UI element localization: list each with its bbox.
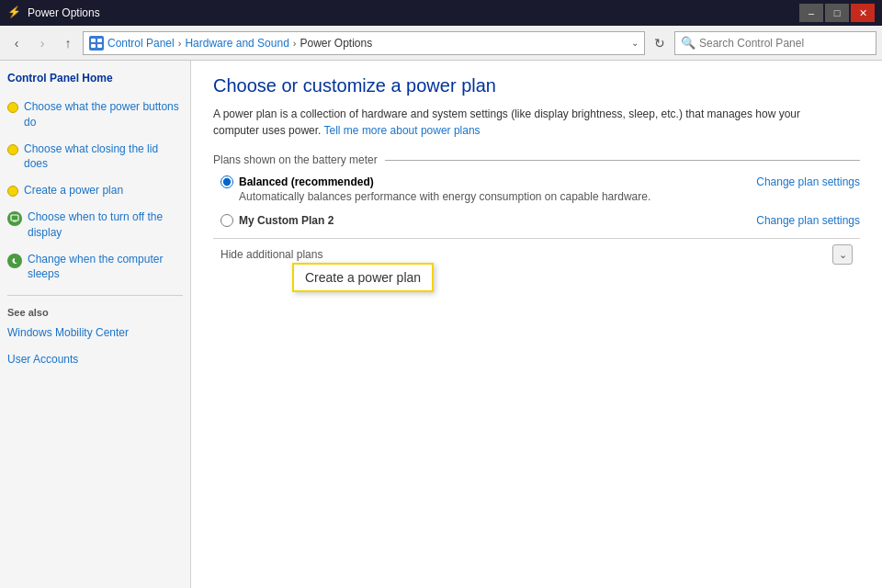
sidebar-create-plan-label: Create a power plan xyxy=(24,183,123,198)
see-also-heading: See also xyxy=(7,307,183,318)
plans-section-header: Plans shown on the battery meter xyxy=(213,153,860,166)
main-layout: Control Panel Home Choose what the power… xyxy=(0,61,882,588)
up-button[interactable]: ↑ xyxy=(57,32,79,54)
description-text: A power plan is a collection of hardware… xyxy=(213,107,800,137)
sidebar-sleep-label: Change when the computer sleeps xyxy=(28,252,183,283)
sidebar-closing-lid-label: Choose what closing the lid does xyxy=(24,141,183,173)
sidebar: Control Panel Home Choose what the power… xyxy=(0,61,191,588)
control-panel-icon xyxy=(89,36,104,51)
sidebar-turn-off-display-label: Choose when to turn off the display xyxy=(28,209,183,241)
circle-icon xyxy=(7,211,22,226)
breadcrumb: Control Panel › Hardware and Sound › Pow… xyxy=(83,31,645,55)
svg-rect-3 xyxy=(91,44,96,48)
content-area: Choose or customize a power plan A power… xyxy=(191,61,882,588)
sidebar-item-closing-lid[interactable]: Choose what closing the lid does xyxy=(7,140,183,175)
minimize-button[interactable]: – xyxy=(799,4,823,22)
learn-more-link[interactable]: Tell me more about power plans xyxy=(324,124,481,137)
plan-row-custom2: My Custom Plan 2 Change plan settings xyxy=(220,214,860,227)
search-icon: 🔍 xyxy=(681,36,695,50)
breadcrumb-power-options: Power Options xyxy=(300,37,372,50)
create-power-plan-tooltip: Create a power plan xyxy=(292,263,434,292)
maximize-button[interactable]: □ xyxy=(825,4,849,22)
plans-divider xyxy=(385,160,860,161)
back-button[interactable]: ‹ xyxy=(6,32,28,54)
sidebar-mobility-label: Windows Mobility Center xyxy=(7,325,129,341)
sidebar-item-turn-off-display[interactable]: Choose when to turn off the display xyxy=(7,208,183,243)
app-icon: ⚡ xyxy=(7,6,22,20)
plan-label-balanced: Balanced (recommended) xyxy=(220,175,374,188)
plan-item-balanced: Balanced (recommended) Change plan setti… xyxy=(213,175,860,203)
hidden-plans-text: Hide additional plans xyxy=(220,248,322,261)
title-bar: ⚡ Power Options – □ ✕ xyxy=(0,0,882,26)
moon-icon xyxy=(10,256,19,266)
plan-name-balanced: Balanced (recommended) xyxy=(239,175,374,188)
highlight-dot-icon xyxy=(7,186,18,197)
search-box: 🔍 xyxy=(674,31,876,55)
change-plan-custom2-link[interactable]: Change plan settings xyxy=(756,214,860,227)
sidebar-item-sleep[interactable]: Change when the computer sleeps xyxy=(7,250,183,285)
change-plan-balanced-link[interactable]: Change plan settings xyxy=(756,175,860,188)
sidebar-item-create-plan[interactable]: Create a power plan xyxy=(7,181,183,200)
highlight-dot-icon xyxy=(7,102,18,113)
address-bar: ‹ › ↑ Control Panel › Hardware and Sound… xyxy=(0,26,882,61)
sidebar-home-link[interactable]: Control Panel Home xyxy=(7,72,183,88)
search-input[interactable] xyxy=(699,37,870,50)
breadcrumb-sep-2: › xyxy=(293,38,297,49)
close-button[interactable]: ✕ xyxy=(851,4,875,22)
content-description: A power plan is a collection of hardware… xyxy=(213,106,838,139)
tooltip-text: Create a power plan xyxy=(305,270,421,285)
svg-rect-5 xyxy=(11,215,18,220)
sidebar-user-accounts[interactable]: User Accounts xyxy=(7,350,183,369)
svg-rect-0 xyxy=(89,36,104,51)
svg-rect-4 xyxy=(97,44,102,48)
window-title: Power Options xyxy=(28,6,794,19)
sleep-icon xyxy=(7,254,22,268)
plan-label-custom2: My Custom Plan 2 xyxy=(220,214,334,227)
page-title: Choose or customize a power plan xyxy=(213,75,860,96)
highlight-dot-icon xyxy=(7,144,18,155)
sidebar-mobility-center[interactable]: Windows Mobility Center xyxy=(7,323,183,343)
breadcrumb-dropdown-button[interactable]: ⌄ xyxy=(631,38,639,48)
plan-radio-balanced[interactable] xyxy=(220,175,233,188)
breadcrumb-sep-1: › xyxy=(178,38,182,49)
plan-row-balanced: Balanced (recommended) Change plan setti… xyxy=(220,175,860,188)
monitor-icon xyxy=(10,214,19,223)
plan-desc-balanced: Automatically balances performance with … xyxy=(220,190,860,203)
sidebar-user-accounts-label: User Accounts xyxy=(7,352,78,368)
refresh-button[interactable]: ↻ xyxy=(649,32,671,54)
window-controls: – □ ✕ xyxy=(799,4,875,22)
sidebar-power-buttons-label: Choose what the power buttons do xyxy=(24,99,183,130)
forward-button[interactable]: › xyxy=(31,32,53,54)
svg-rect-2 xyxy=(97,39,102,42)
plan-item-custom2: My Custom Plan 2 Change plan settings xyxy=(213,214,860,227)
svg-rect-6 xyxy=(13,220,17,221)
plan-radio-custom2[interactable] xyxy=(220,214,233,227)
sidebar-item-power-buttons[interactable]: Choose what the power buttons do xyxy=(7,97,183,132)
plan-name-custom2: My Custom Plan 2 xyxy=(239,214,334,227)
svg-rect-1 xyxy=(91,39,96,42)
breadcrumb-hardware-sound[interactable]: Hardware and Sound xyxy=(185,37,288,50)
breadcrumb-control-panel[interactable]: Control Panel xyxy=(107,37,175,50)
expand-plans-button[interactable]: ⌄ xyxy=(832,244,853,265)
plans-section-title: Plans shown on the battery meter xyxy=(213,153,378,166)
sidebar-divider xyxy=(7,295,183,296)
